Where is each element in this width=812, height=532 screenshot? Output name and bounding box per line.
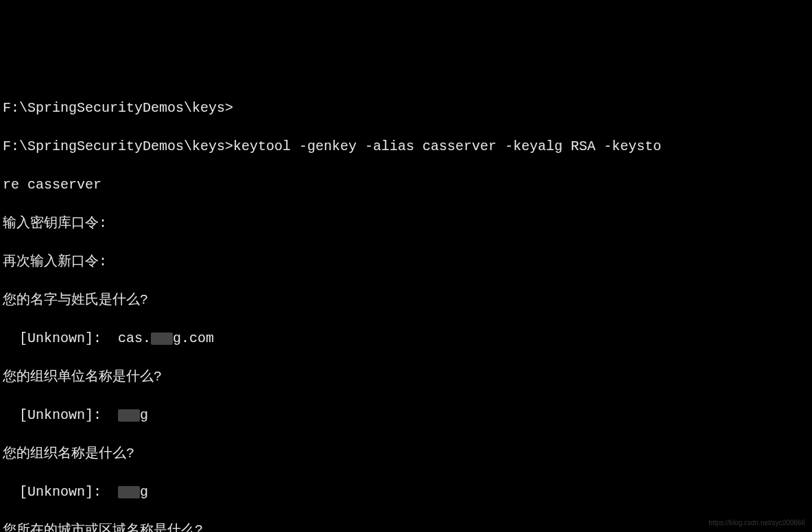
name-question: 您的名字与姓氏是什么? xyxy=(3,291,809,310)
org-unit-pre: [Unknown]: xyxy=(3,407,118,423)
command-text: keytool -genkey -alias casserver -keyalg… xyxy=(233,138,661,154)
password-prompt-1: 输入密钥库口令: xyxy=(3,214,809,233)
name-answer: [Unknown]: cas.g.com xyxy=(3,329,809,348)
password-prompt-2: 再次输入新口令: xyxy=(3,252,809,271)
org-answer: [Unknown]: g xyxy=(3,483,809,502)
redacted-block xyxy=(118,409,140,422)
org-pre: [Unknown]: xyxy=(3,484,118,500)
org-unit-answer: [Unknown]: g xyxy=(3,406,809,425)
terminal-output[interactable]: F:\SpringSecurityDemos\keys> F:\SpringSe… xyxy=(3,80,809,532)
prompt-line: F:\SpringSecurityDemos\keys> xyxy=(3,99,809,118)
redacted-block xyxy=(151,332,173,345)
prompt: F:\SpringSecurityDemos\keys> xyxy=(3,138,233,154)
redacted-block xyxy=(118,486,140,498)
name-answer-pre: [Unknown]: cas. xyxy=(3,330,151,346)
org-unit-question: 您的组织单位名称是什么? xyxy=(3,367,809,387)
org-unit-mid: g xyxy=(140,407,148,423)
command-line: F:\SpringSecurityDemos\keys>keytool -gen… xyxy=(3,137,809,156)
command-continuation: re casserver xyxy=(3,176,809,195)
org-question: 您的组织名称是什么? xyxy=(3,444,809,463)
city-question: 您所在的城市或区域名称是什么? xyxy=(3,521,809,532)
watermark-text: https://blog.csdn.net/syc000666 xyxy=(708,518,805,528)
org-mid: g xyxy=(140,484,148,500)
name-answer-post: g.com xyxy=(173,330,214,346)
